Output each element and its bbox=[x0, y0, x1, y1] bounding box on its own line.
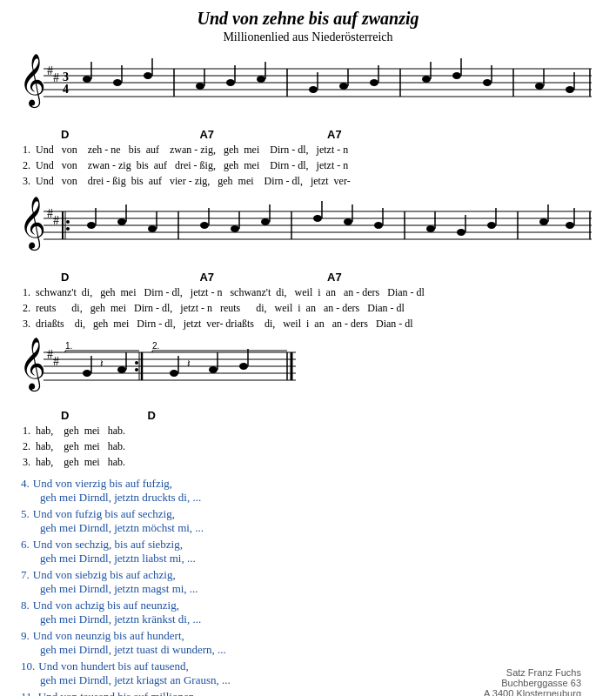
verse-number: 4. bbox=[21, 477, 30, 490]
lyric-line-end-2: 2. hab, geh mei hab. bbox=[23, 438, 599, 454]
svg-point-66 bbox=[261, 218, 270, 225]
lyric-line-2-1: 1. schwanz't di, geh mei Dirn - dl, jetz… bbox=[23, 284, 599, 300]
footer-line3: A 3400 Klosterneuburg bbox=[440, 688, 581, 696]
extra-verse-line: 4.Und von vierzig bis auf fufzig, bbox=[21, 477, 599, 491]
svg-text:𝄞: 𝄞 bbox=[19, 197, 46, 251]
extra-verse: 5.Und von fufzig bis auf sechzig,geh mei… bbox=[21, 507, 599, 535]
svg-text:#: # bbox=[47, 348, 53, 361]
svg-text:#: # bbox=[47, 64, 53, 77]
svg-text:1.: 1. bbox=[65, 341, 72, 351]
svg-point-12 bbox=[113, 79, 122, 86]
svg-point-24 bbox=[309, 86, 318, 93]
chord-A7-1: A7 bbox=[199, 128, 214, 141]
svg-point-85 bbox=[566, 222, 574, 229]
verse-number: 5. bbox=[21, 507, 30, 520]
extra-verse: 6.Und von sechzig, bis auf siebzig,geh m… bbox=[21, 538, 599, 566]
svg-point-53 bbox=[66, 220, 70, 224]
verse-number: 6. bbox=[21, 538, 30, 551]
svg-text:#: # bbox=[53, 71, 59, 84]
svg-point-14 bbox=[144, 72, 152, 79]
svg-point-107 bbox=[135, 368, 138, 371]
chord-D-end2: D bbox=[147, 409, 155, 422]
svg-point-31 bbox=[422, 76, 431, 83]
svg-text:𝄞: 𝄞 bbox=[19, 338, 46, 392]
chord-D-1: D bbox=[61, 128, 69, 141]
footer-line1: Satz Franz Fuchs bbox=[440, 667, 581, 678]
extra-verse: 7.Und von siebzig bis auf achzig,geh mei… bbox=[21, 568, 599, 596]
extra-verse: 9.Und von neunzig bis auf hundert,geh me… bbox=[21, 629, 599, 657]
lyric-line-2-3: 3. driaßts di, geh mei Dirn - dl, jetzt … bbox=[23, 316, 599, 331]
svg-point-54 bbox=[66, 227, 70, 231]
svg-point-21 bbox=[257, 76, 265, 83]
verse-number: 7. bbox=[21, 568, 30, 581]
footer: Satz Franz Fuchs Buchberggasse 63 A 3400… bbox=[440, 667, 581, 696]
extra-verse-line: geh mei Dirndl, jetztn möchst mi, ... bbox=[21, 521, 599, 535]
svg-text:#: # bbox=[47, 207, 53, 220]
lyric-line-end-3: 3. hab, geh mei hab. bbox=[23, 454, 599, 470]
extra-verse-line: 5.Und von fufzig bis auf sechzig, bbox=[21, 507, 599, 521]
svg-point-10 bbox=[83, 76, 91, 83]
extra-verse-line: 9.Und von neunzig bis auf hundert, bbox=[21, 629, 599, 643]
svg-point-69 bbox=[313, 215, 322, 222]
svg-point-40 bbox=[566, 86, 574, 93]
extra-verse-line: geh mei Dirndl, jetztn magst mi, ... bbox=[21, 582, 599, 596]
svg-text:2.: 2. bbox=[152, 341, 159, 351]
svg-point-99 bbox=[83, 370, 91, 377]
chords-row-2: D A7 A7 bbox=[17, 271, 599, 284]
song-subtitle: Millionenlied aus Niederösterreich bbox=[17, 30, 599, 44]
svg-point-33 bbox=[452, 72, 461, 79]
staff-2: 𝄞 # # bbox=[17, 194, 599, 267]
svg-point-80 bbox=[487, 222, 496, 229]
verse-number: 8. bbox=[21, 599, 30, 612]
svg-point-26 bbox=[339, 83, 348, 90]
svg-text:#: # bbox=[53, 355, 59, 368]
lyrics-block-1: 1. Und von zeh - ne bis auf zwan - zig, … bbox=[17, 142, 599, 189]
svg-point-116 bbox=[239, 363, 248, 370]
verse-number: 10. bbox=[21, 659, 35, 673]
extra-verse-line: geh mei Dirndl, jetztn kränkst di, ... bbox=[21, 612, 599, 626]
svg-point-76 bbox=[426, 225, 435, 232]
chord-A7-4: A7 bbox=[327, 271, 342, 284]
svg-point-78 bbox=[457, 229, 465, 236]
chord-D-end1: D bbox=[61, 409, 69, 422]
footer-line2: Buchberggasse 63 bbox=[440, 678, 581, 688]
chord-A7-2: A7 bbox=[327, 128, 342, 141]
extra-verse: 4.Und von vierzig bis auf fufzig,geh mei… bbox=[21, 477, 599, 505]
extra-verse-line: geh mei Dirndl, jetzt tuast di wundern, … bbox=[21, 643, 599, 657]
lyrics-block-ending: 1. hab, geh mei hab. 2. hab, geh mei hab… bbox=[17, 423, 599, 470]
svg-point-19 bbox=[226, 79, 235, 86]
lyric-line-1-1: 1. Und von zeh - ne bis auf zwan - zig, … bbox=[23, 142, 599, 157]
staff-3: 𝄞 # # 1. 𝄽 2. bbox=[17, 337, 599, 405]
lyric-line-1-3: 3. Und von drei - ßig bis auf vier - zig… bbox=[23, 173, 599, 189]
svg-point-64 bbox=[231, 225, 239, 232]
svg-text:𝄞: 𝄞 bbox=[19, 54, 46, 109]
lyrics-block-2: 1. schwanz't di, geh mei Dirn - dl, jetz… bbox=[17, 284, 599, 331]
extra-verse-line: 7.Und von siebzig bis auf achzig, bbox=[21, 568, 599, 582]
staff-1: 𝄞 # # 3 4 bbox=[17, 51, 599, 124]
lyric-line-end-1: 1. hab, geh mei hab. bbox=[23, 423, 599, 438]
svg-point-102 bbox=[117, 366, 126, 373]
svg-point-35 bbox=[483, 79, 492, 86]
svg-point-59 bbox=[148, 225, 157, 232]
extra-verse-line: geh mei Dirndl, jetztn druckts di, ... bbox=[21, 491, 599, 505]
svg-point-57 bbox=[117, 218, 126, 225]
svg-text:#: # bbox=[53, 214, 59, 227]
svg-point-62 bbox=[200, 222, 209, 229]
lyric-line-2-2: 2. reuts di, geh mei Dirn - dl, jetzt - … bbox=[23, 300, 599, 316]
extra-verse-line: 8.Und von achzig bis auf neunzig, bbox=[21, 599, 599, 612]
svg-text:4: 4 bbox=[63, 83, 69, 96]
chords-ending: D D bbox=[17, 409, 599, 422]
chord-A7-3: A7 bbox=[199, 271, 214, 284]
svg-point-55 bbox=[87, 222, 96, 229]
svg-point-106 bbox=[135, 361, 138, 365]
svg-text:3: 3 bbox=[63, 70, 69, 84]
lyric-line-1-2: 2. Und von zwan - zig bis auf drei - ßig… bbox=[23, 157, 599, 173]
svg-point-38 bbox=[535, 83, 544, 90]
chord-D-2: D bbox=[61, 271, 69, 284]
extra-verse-line: geh mei Dirndl, jetztn liabst mi, ... bbox=[21, 552, 599, 566]
svg-point-28 bbox=[370, 79, 378, 86]
svg-point-83 bbox=[539, 218, 548, 225]
svg-point-111 bbox=[170, 370, 178, 377]
extra-verse: 8.Und von achzig bis auf neunzig,geh mei… bbox=[21, 599, 599, 626]
extra-verse-line: 6.Und von sechzig, bis auf siebzig, bbox=[21, 538, 599, 552]
